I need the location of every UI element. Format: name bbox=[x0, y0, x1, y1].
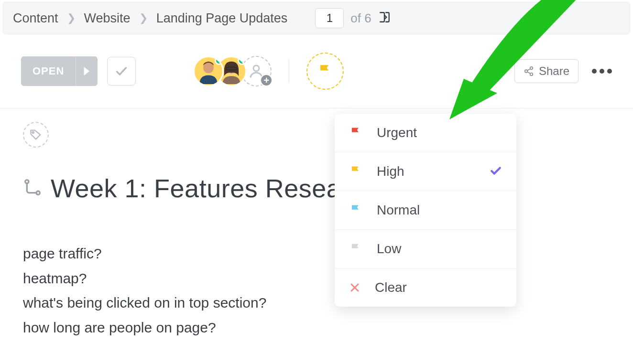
add-tag-button[interactable] bbox=[23, 122, 49, 148]
share-button[interactable]: Share bbox=[514, 59, 578, 83]
status-button[interactable]: OPEN bbox=[21, 56, 98, 86]
svg-point-5 bbox=[530, 67, 533, 70]
body-line: how long are people on page? bbox=[23, 315, 610, 340]
priority-option-clear[interactable]: Clear bbox=[335, 268, 516, 307]
priority-option-urgent[interactable]: Urgent bbox=[335, 114, 516, 152]
status-open-button[interactable]: OPEN bbox=[21, 56, 76, 86]
breadcrumb-item[interactable]: Content bbox=[13, 11, 58, 26]
priority-option-low[interactable]: Low bbox=[335, 230, 516, 268]
check-icon bbox=[490, 164, 502, 179]
priority-label: Normal bbox=[377, 203, 420, 218]
priority-option-normal[interactable]: Normal bbox=[335, 191, 516, 230]
chevron-right-icon: ❯ bbox=[67, 12, 76, 24]
subtask-icon bbox=[23, 178, 42, 199]
priority-option-high[interactable]: High bbox=[335, 152, 516, 191]
page-next-icon[interactable] bbox=[378, 10, 391, 26]
task-content: Week 1: Features Resea page traffic? hea… bbox=[0, 108, 633, 353]
plus-icon: + bbox=[260, 74, 273, 86]
svg-line-8 bbox=[527, 69, 530, 71]
avatar[interactable] bbox=[193, 56, 224, 86]
x-icon bbox=[349, 282, 360, 293]
separator bbox=[289, 59, 289, 83]
status-caret-button[interactable] bbox=[76, 56, 98, 86]
priority-label: Clear bbox=[375, 280, 407, 295]
priority-label: Low bbox=[377, 241, 401, 257]
breadcrumb: Content ❯ Website ❯ Landing Page Updates… bbox=[3, 2, 630, 34]
svg-marker-0 bbox=[84, 67, 89, 75]
body-line: heatmap? bbox=[23, 266, 610, 291]
share-label: Share bbox=[539, 64, 569, 78]
svg-point-10 bbox=[32, 132, 34, 134]
priority-label: High bbox=[377, 164, 404, 179]
svg-point-12 bbox=[36, 191, 40, 194]
flag-icon bbox=[349, 126, 362, 139]
complete-button[interactable] bbox=[107, 57, 136, 86]
svg-point-6 bbox=[525, 70, 528, 73]
page-number-input[interactable] bbox=[315, 8, 344, 28]
task-title[interactable]: Week 1: Features Resea bbox=[51, 173, 341, 203]
task-toolbar: OPEN + Share bbox=[0, 34, 633, 108]
body-line: what's being clicked on in top section? bbox=[23, 290, 610, 315]
svg-line-9 bbox=[527, 72, 530, 74]
chevron-right-icon: ❯ bbox=[139, 12, 148, 24]
svg-point-1 bbox=[203, 63, 214, 73]
flag-icon bbox=[349, 165, 362, 178]
svg-point-4 bbox=[253, 65, 259, 71]
priority-menu: Urgent High Normal Low Clear bbox=[335, 114, 516, 307]
priority-label: Urgent bbox=[377, 125, 417, 140]
breadcrumb-item[interactable]: Landing Page Updates bbox=[156, 11, 288, 26]
assignees: + bbox=[193, 56, 272, 86]
page-total-label: of 6 bbox=[350, 11, 371, 26]
task-description[interactable]: page traffic? heatmap? what's being clic… bbox=[23, 241, 610, 340]
svg-point-11 bbox=[25, 180, 29, 183]
breadcrumb-item[interactable]: Website bbox=[84, 11, 131, 26]
more-menu-button[interactable] bbox=[592, 69, 612, 74]
svg-point-7 bbox=[530, 73, 533, 76]
flag-icon bbox=[349, 242, 362, 256]
flag-icon bbox=[349, 203, 362, 217]
body-line: page traffic? bbox=[23, 241, 610, 266]
priority-flag-button[interactable] bbox=[306, 53, 344, 90]
